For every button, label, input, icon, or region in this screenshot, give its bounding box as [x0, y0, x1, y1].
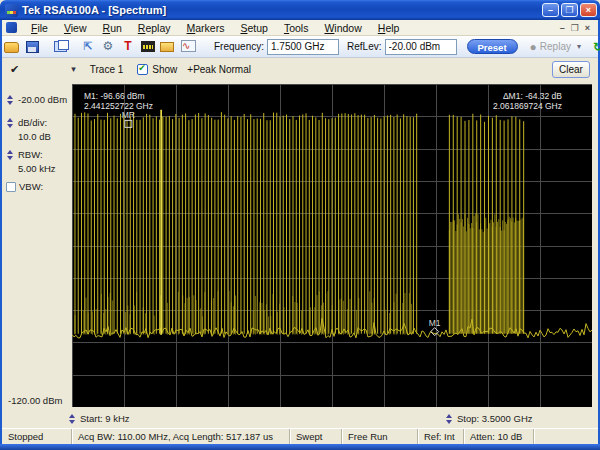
frequency-input[interactable] [267, 39, 339, 55]
vbw-checkbox[interactable] [6, 182, 16, 192]
status-attenuation: Atten: 10 dB [464, 429, 534, 444]
vbw-row: VBW: [6, 181, 43, 192]
app-window: Tek RSA6100A - [Spectrum] – ❐ × File Vie… [0, 0, 600, 450]
menu-bar: File View Run Replay Markers Setup Tools… [2, 20, 598, 36]
menu-markers[interactable]: Markers [179, 21, 233, 35]
menu-tools[interactable]: Tools [276, 21, 317, 35]
delta-marker-readout: ΔM1: -64.32 dB 2.061869724 GHz [493, 91, 562, 111]
m1-frequency: 2.441252722 GHz [84, 101, 153, 111]
settings-gear-icon[interactable]: ⚙ [100, 39, 116, 54]
trace-check-icon[interactable]: ✔ [10, 63, 19, 76]
save-icon[interactable] [24, 39, 40, 54]
status-run-state: Stopped [2, 429, 72, 444]
open-file-icon[interactable] [4, 39, 20, 54]
collapse-chevron-icon[interactable]: ▾ [71, 64, 76, 74]
reflev-label: RefLev: [347, 41, 381, 52]
title-bar: Tek RSA6100A - [Spectrum] – ❐ × [0, 0, 600, 20]
run-icon: ↻ [593, 40, 600, 54]
window-frame-bottom [0, 444, 600, 450]
window-title: Tek RSA6100A - [Spectrum] [22, 4, 540, 16]
mdi-document-icon [6, 22, 17, 33]
replay-button[interactable]: ● Replay ▾ [530, 40, 581, 54]
marker-mr-label: MR [122, 110, 135, 120]
ref-level-bottom-label: -120.00 dBm [8, 395, 62, 406]
mdi-window-controls: – ❐ × [560, 23, 598, 33]
status-trigger-mode: Free Run [342, 429, 418, 444]
start-frequency-group: Start: 9 kHz [68, 413, 130, 424]
displays-icon[interactable] [52, 39, 68, 54]
stop-frequency-spinner-icon[interactable] [445, 414, 454, 424]
delta-frequency: 2.061869724 GHz [493, 101, 562, 111]
status-acquisition: Acq BW: 110.00 MHz, Acq Length: 517.187 … [72, 429, 290, 444]
spectrum-trace-canvas: MRM1 [72, 84, 592, 407]
run-button[interactable]: ↻ Run ▾ [593, 40, 600, 54]
mdi-restore-button[interactable]: ❐ [571, 23, 579, 33]
export-icon[interactable]: ⇱ [80, 39, 96, 54]
frequency-axis-bar: Start: 9 kHz Stop: 3.5000 GHz [2, 407, 598, 428]
start-frequency-spinner-icon[interactable] [68, 414, 77, 424]
clear-button[interactable]: Clear [552, 61, 590, 78]
rbw-row: RBW: [6, 149, 43, 160]
replay-button-label: Replay [540, 41, 571, 52]
db-div-row: dB/div: [6, 117, 47, 128]
marker-mr-shape[interactable] [125, 120, 132, 127]
start-frequency-label: Start: 9 kHz [80, 413, 130, 424]
analysis-wave-icon[interactable] [180, 39, 196, 54]
menu-setup[interactable]: Setup [232, 21, 275, 35]
rbw-spinner-icon[interactable] [6, 150, 15, 160]
trace-settings-bar: ✔ ▾ Trace 1 Show +Peak Normal Clear [2, 58, 598, 80]
stop-frequency-label: Stop: 3.5000 GHz [457, 413, 533, 424]
stop-frequency-group: Stop: 3.5000 GHz [445, 413, 533, 424]
status-filler [534, 429, 598, 444]
replay-icon: ● [530, 40, 537, 54]
marker-m1-label: M1 [429, 318, 441, 328]
text-marker-icon[interactable]: T [120, 39, 136, 54]
restore-button[interactable]: ❐ [561, 3, 578, 17]
reflev-input[interactable] [385, 39, 457, 55]
recall-icon[interactable] [160, 39, 176, 54]
menu-replay[interactable]: Replay [130, 21, 179, 35]
show-checkbox[interactable] [137, 64, 148, 75]
mdi-minimize-button[interactable]: – [560, 23, 565, 33]
rbw-value-row: 5.00 kHz [18, 163, 56, 174]
status-reference: Ref: Int [418, 429, 464, 444]
main-toolbar: ⇱ ⚙ T Frequency: RefLev: Preset ● Replay… [2, 36, 598, 58]
ref-level-bottom-row: -120.00 dBm [8, 395, 62, 406]
spectrum-plot[interactable]: MRM1 M1: -96.66 dBm 2.441252722 GHz ΔM1:… [72, 84, 592, 407]
mdi-close-button[interactable]: × [585, 23, 590, 33]
ref-level-top-row: -20.00 dBm [6, 94, 67, 105]
m1-marker-readout: M1: -96.66 dBm 2.441252722 GHz [84, 91, 153, 111]
menu-view[interactable]: View [56, 21, 95, 35]
status-sweep-mode: Swept [290, 429, 342, 444]
delta-level: ΔM1: -64.32 dB [493, 91, 562, 101]
db-div-value: 10.0 dB [18, 131, 51, 142]
status-bar: Stopped Acq BW: 110.00 MHz, Acq Length: … [2, 428, 598, 444]
ref-level-spinner-icon[interactable] [6, 95, 15, 105]
trace-icon[interactable] [140, 39, 156, 54]
detection-mode-label: +Peak Normal [187, 64, 251, 75]
db-div-value-row: 10.0 dB [18, 131, 51, 142]
frequency-label: Frequency: [214, 41, 264, 52]
ref-level-top-label: -20.00 dBm [18, 94, 67, 105]
close-button[interactable]: × [580, 3, 597, 17]
m1-level: M1: -96.66 dBm [84, 91, 153, 101]
menu-window[interactable]: Window [316, 21, 369, 35]
rbw-value: 5.00 kHz [18, 163, 56, 174]
menu-help[interactable]: Help [370, 21, 408, 35]
preset-button[interactable]: Preset [467, 39, 518, 54]
trace-selector[interactable]: Trace 1 [90, 64, 124, 75]
app-logo-icon [5, 4, 18, 17]
vbw-label: VBW: [19, 181, 43, 192]
minimize-button[interactable]: – [542, 3, 559, 17]
menu-run[interactable]: Run [95, 21, 130, 35]
menu-file[interactable]: File [23, 21, 56, 35]
db-div-label: dB/div: [18, 117, 47, 128]
db-div-spinner-icon[interactable] [6, 118, 15, 128]
rbw-label: RBW: [18, 149, 43, 160]
replay-dropdown-icon[interactable]: ▾ [577, 42, 581, 51]
show-label: Show [152, 64, 177, 75]
amplitude-sidebar: -20.00 dBm dB/div: 10.0 dB RBW: 5.00 kHz… [2, 80, 72, 428]
